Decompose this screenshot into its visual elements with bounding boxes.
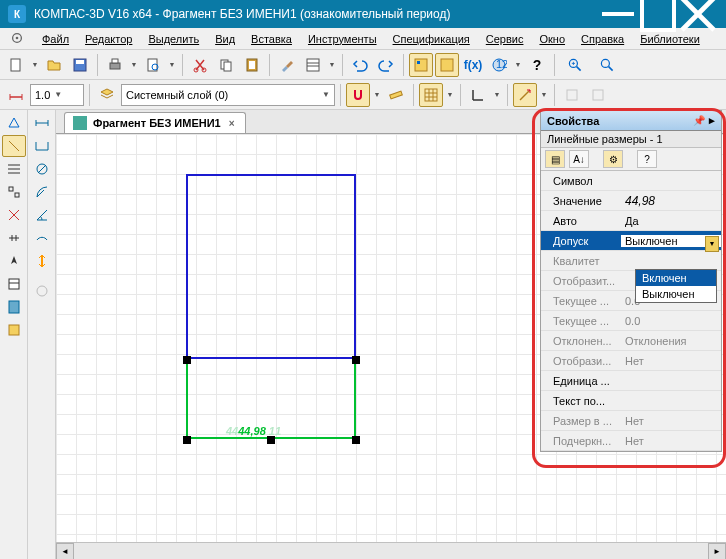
close-button[interactable] — [678, 0, 718, 28]
print-button[interactable] — [103, 53, 127, 77]
snap-dropdown[interactable]: ▼ — [372, 91, 382, 98]
dimension-tool-button[interactable] — [4, 83, 28, 107]
layers-button[interactable] — [95, 83, 119, 107]
prop-row-underline[interactable]: Подчеркн...Нет — [541, 431, 721, 451]
select-tool[interactable] — [2, 250, 26, 272]
manager-button[interactable] — [409, 53, 433, 77]
calc-dropdown[interactable]: ▼ — [513, 61, 523, 68]
menu-window[interactable]: Окно — [531, 30, 573, 48]
linear-dim-tool[interactable] — [30, 135, 54, 157]
dropdown-option-off[interactable]: Выключен — [636, 286, 716, 302]
scroll-left-button[interactable]: ◄ — [56, 543, 74, 559]
fx-button[interactable]: f(x) — [461, 53, 485, 77]
edit-button[interactable] — [560, 83, 584, 107]
param-tool[interactable] — [2, 204, 26, 226]
scroll-right-button[interactable]: ► — [708, 543, 726, 559]
properties-button[interactable] — [301, 53, 325, 77]
menu-view[interactable]: Вид — [207, 30, 243, 48]
reports-tool[interactable] — [2, 296, 26, 318]
prop-row-display2[interactable]: Отобрази...Нет — [541, 351, 721, 371]
menu-tools[interactable]: Инструменты — [300, 30, 385, 48]
dimension-text[interactable]: 4444,98 11 — [226, 419, 281, 440]
layer-combo[interactable]: Системный слой (0)▼ — [121, 84, 335, 106]
paste-button[interactable] — [240, 53, 264, 77]
undo-button[interactable] — [348, 53, 372, 77]
variables-button[interactable] — [435, 53, 459, 77]
menu-insert[interactable]: Вставка — [243, 30, 300, 48]
ortho-button[interactable] — [513, 83, 537, 107]
menu-file[interactable]: Файл — [34, 30, 77, 48]
zoom-in-button[interactable] — [560, 53, 590, 77]
prop-row-deviation[interactable]: Отклонен...Отклонения — [541, 331, 721, 351]
prop-row-tolerance[interactable]: ДопускВыключен▼ — [541, 231, 721, 251]
prop-row-frame[interactable]: Размер в ...Нет — [541, 411, 721, 431]
diameter-dim-tool[interactable] — [30, 158, 54, 180]
brush-button[interactable] — [275, 53, 299, 77]
scroll-track[interactable] — [74, 543, 708, 559]
prop-row-text[interactable]: Текст по... — [541, 391, 721, 411]
tab-close-button[interactable]: × — [227, 118, 237, 129]
new-dropdown[interactable]: ▼ — [30, 61, 40, 68]
scale-combo[interactable]: 1.0▼ — [30, 84, 84, 106]
redo-button[interactable] — [374, 53, 398, 77]
designation-tool[interactable] — [2, 158, 26, 180]
selection-handle[interactable] — [352, 436, 360, 444]
chevron-right-icon[interactable]: ▸ — [709, 114, 715, 127]
lcs-button[interactable] — [466, 83, 490, 107]
geometry-tool[interactable] — [2, 112, 26, 134]
circle-tool[interactable] — [30, 280, 54, 302]
sort-button[interactable]: A↓ — [569, 150, 589, 168]
minimize-button[interactable] — [598, 0, 638, 28]
edit2-button[interactable] — [586, 83, 610, 107]
prop-row-symbol[interactable]: Символ — [541, 171, 721, 191]
ortho-dropdown[interactable]: ▼ — [539, 91, 549, 98]
angle-dim-tool[interactable] — [30, 204, 54, 226]
help-button2[interactable]: ? — [637, 150, 657, 168]
selection-handle[interactable] — [352, 356, 360, 364]
prop-row-unit[interactable]: Единица ... — [541, 371, 721, 391]
arc-dim-tool[interactable] — [30, 227, 54, 249]
edit-tool[interactable] — [2, 181, 26, 203]
menu-help[interactable]: Справка — [573, 30, 632, 48]
spec-tool[interactable] — [2, 273, 26, 295]
cut-button[interactable] — [188, 53, 212, 77]
snap-button[interactable] — [346, 83, 370, 107]
measure-tool[interactable] — [2, 227, 26, 249]
selection-handle[interactable] — [183, 356, 191, 364]
prop-row-auto[interactable]: АвтоДа — [541, 211, 721, 231]
prop-row-current2[interactable]: Текущее ...0.0 — [541, 311, 721, 331]
height-dim-tool[interactable] — [30, 250, 54, 272]
grid-dropdown[interactable]: ▼ — [445, 91, 455, 98]
calc-button[interactable]: 12 — [487, 53, 511, 77]
save-button[interactable] — [68, 53, 92, 77]
rectangle-shape[interactable] — [186, 174, 356, 359]
filter-button[interactable]: ⚙ — [603, 150, 623, 168]
menu-libs[interactable]: Библиотеки — [632, 30, 708, 48]
print-dropdown[interactable]: ▼ — [129, 61, 139, 68]
lcs-dropdown[interactable]: ▼ — [492, 91, 502, 98]
preview-button[interactable] — [141, 53, 165, 77]
menu-editor[interactable]: Редактор — [77, 30, 140, 48]
new-button[interactable] — [4, 53, 28, 77]
grid-button[interactable] — [419, 83, 443, 107]
menu-service[interactable]: Сервис — [478, 30, 532, 48]
categorize-button[interactable]: ▤ — [545, 150, 565, 168]
document-tab[interactable]: Фрагмент БЕЗ ИМЕНИ1 × — [64, 112, 246, 133]
dropdown-button[interactable]: ▼ — [705, 236, 719, 252]
radius-dim-tool[interactable] — [30, 181, 54, 203]
measure-button[interactable] — [384, 83, 408, 107]
help-button[interactable]: ? — [525, 53, 549, 77]
horizontal-scrollbar[interactable]: ◄ ► — [56, 542, 726, 559]
dimension-tool[interactable] — [2, 135, 26, 157]
auto-dim-tool[interactable] — [30, 112, 54, 134]
maximize-button[interactable] — [638, 0, 678, 28]
insert-tool[interactable] — [2, 319, 26, 341]
open-button[interactable] — [42, 53, 66, 77]
copy-button[interactable] — [214, 53, 238, 77]
properties-dropdown[interactable]: ▼ — [327, 61, 337, 68]
dropdown-option-on[interactable]: Включен — [636, 270, 716, 286]
preview-dropdown[interactable]: ▼ — [167, 61, 177, 68]
menu-spec[interactable]: Спецификация — [385, 30, 478, 48]
pin-icon[interactable]: 📌 — [693, 115, 705, 126]
zoom-fit-button[interactable] — [592, 53, 622, 77]
